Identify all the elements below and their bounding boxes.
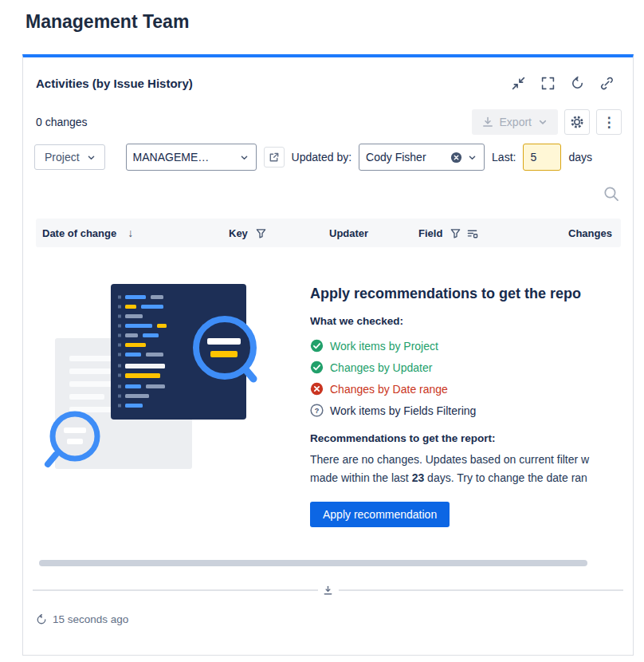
last-label: Last: bbox=[492, 151, 516, 164]
export-button[interactable]: Export bbox=[472, 109, 558, 135]
updated-by-select[interactable]: Cody Fisher bbox=[359, 144, 485, 171]
download-icon bbox=[481, 116, 494, 128]
updated-by-label: Updated by: bbox=[292, 151, 352, 164]
apply-recommendation-button[interactable]: Apply recommendation bbox=[310, 502, 450, 527]
check-circle-icon bbox=[310, 339, 324, 353]
toolbar-actions: Export ⋮ bbox=[472, 109, 622, 135]
check-item: Work items by Project bbox=[310, 335, 633, 357]
clear-user-icon[interactable] bbox=[450, 152, 462, 164]
message-line-1: There are no changes. Updates based on c… bbox=[310, 451, 633, 469]
filter-icon[interactable] bbox=[255, 227, 267, 239]
column-header-field: Field bbox=[418, 219, 478, 247]
check-label: Changes by Updater bbox=[330, 361, 432, 374]
days-count: 23 bbox=[412, 471, 425, 484]
more-options-button[interactable]: ⋮ bbox=[596, 109, 622, 135]
gear-icon bbox=[570, 115, 584, 129]
column-header-date-of-change[interactable]: Date of change ↓ bbox=[42, 219, 133, 247]
open-project-button[interactable] bbox=[264, 147, 285, 167]
check-label: Work items by Fields Filtering bbox=[330, 404, 476, 417]
empty-state-heading: Apply recommendations to get the repo bbox=[310, 286, 633, 302]
filters-row: Project MANAGEME… Updated by: Cody Fishe… bbox=[34, 144, 592, 171]
sort-desc-icon[interactable]: ↓ bbox=[128, 227, 133, 239]
check-label: Work items by Project bbox=[330, 340, 438, 353]
filter-icon[interactable] bbox=[450, 227, 461, 239]
project-filter-label: Project bbox=[45, 151, 80, 164]
project-select[interactable]: MANAGEME… bbox=[126, 144, 257, 171]
column-label: Key bbox=[229, 227, 248, 239]
column-label: Updater bbox=[329, 227, 368, 239]
recommendations-title: Recommendations to get the report: bbox=[310, 432, 633, 444]
table-header: Date of change ↓ Key Updater Field bbox=[36, 219, 621, 247]
updated-by-value: Cody Fisher bbox=[366, 151, 446, 164]
days-label: days bbox=[568, 151, 592, 164]
project-select-value: MANAGEME… bbox=[133, 151, 234, 164]
chevron-down-icon bbox=[86, 152, 96, 163]
column-settings-icon[interactable] bbox=[466, 227, 478, 239]
panel-title: Activities (by Issue History) bbox=[36, 77, 193, 90]
fullscreen-icon[interactable] bbox=[541, 77, 555, 90]
error-circle-icon bbox=[310, 382, 324, 396]
external-link-icon bbox=[268, 152, 280, 164]
checks-list: Work items by Project Changes by Updater… bbox=[310, 335, 633, 421]
refresh-icon[interactable] bbox=[36, 614, 47, 625]
column-header-changes: Changes bbox=[568, 219, 612, 247]
empty-state-illustration bbox=[42, 282, 257, 478]
search-button[interactable] bbox=[601, 183, 622, 204]
empty-state-message: There are no changes. Updates based on c… bbox=[310, 451, 633, 487]
activities-panel: Activities (by Issue History) 0 changes bbox=[22, 54, 634, 656]
fit-height-button[interactable] bbox=[318, 580, 339, 601]
project-filter-button[interactable]: Project bbox=[34, 144, 105, 170]
panel-header-actions bbox=[512, 77, 614, 90]
checked-title: What we checked: bbox=[310, 315, 633, 327]
changes-count: 0 changes bbox=[36, 116, 88, 128]
column-label: Field bbox=[418, 227, 442, 239]
last-updated-text: 15 seconds ago bbox=[53, 613, 128, 625]
chevron-down-icon bbox=[239, 152, 249, 163]
kebab-icon: ⋮ bbox=[603, 114, 616, 131]
message-line-2: made within the last 23 days. Try to cha… bbox=[310, 469, 633, 487]
chevron-down-icon bbox=[537, 116, 548, 128]
dashboard-page: Management Team Activities (by Issue His… bbox=[0, 0, 644, 662]
settings-button[interactable] bbox=[564, 109, 590, 135]
page-title: Management Team bbox=[26, 11, 189, 33]
minimize-icon[interactable] bbox=[512, 77, 525, 90]
svg-text:?: ? bbox=[315, 407, 320, 415]
column-label: Date of change bbox=[42, 227, 116, 239]
column-label: Changes bbox=[568, 227, 612, 239]
column-header-updater: Updater bbox=[329, 219, 368, 247]
empty-state-content: Apply recommendations to get the repo Wh… bbox=[310, 286, 633, 527]
panel-toolbar-row: 0 changes Export ⋮ bbox=[36, 109, 622, 135]
panel-footer: 15 seconds ago bbox=[36, 613, 128, 625]
check-item: Changes by Date range bbox=[310, 378, 633, 400]
chevron-down-icon bbox=[467, 152, 477, 163]
horizontal-scrollbar[interactable] bbox=[39, 560, 587, 566]
search-icon bbox=[603, 185, 620, 203]
check-circle-icon bbox=[310, 361, 324, 374]
arrow-to-bar-icon bbox=[322, 585, 334, 597]
check-item: Changes by Updater bbox=[310, 357, 633, 378]
link-icon[interactable] bbox=[600, 77, 614, 90]
check-label: Changes by Date range bbox=[330, 383, 448, 396]
check-item: ? Work items by Fields Filtering bbox=[310, 400, 633, 421]
refresh-icon[interactable] bbox=[571, 77, 584, 90]
export-label: Export bbox=[500, 116, 532, 128]
column-header-key: Key bbox=[229, 219, 267, 247]
last-days-input[interactable] bbox=[523, 144, 561, 171]
question-circle-icon: ? bbox=[310, 404, 324, 417]
